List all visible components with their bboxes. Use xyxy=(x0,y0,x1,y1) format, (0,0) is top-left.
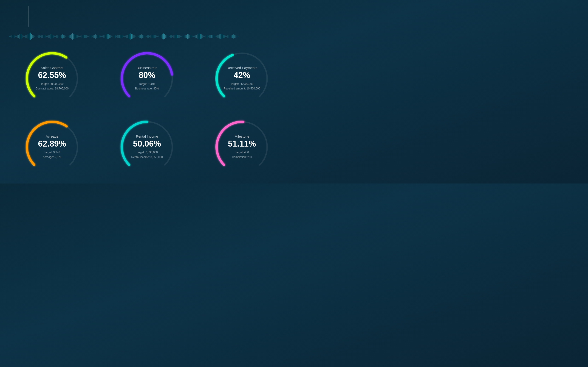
wave-bar-item xyxy=(69,35,69,38)
wave-bar-item xyxy=(172,35,173,37)
wave-bar-item xyxy=(154,35,155,38)
wave-bar-item xyxy=(226,36,227,37)
gauge-stat-label: Received amount: xyxy=(224,87,246,90)
wave-bar-item xyxy=(114,35,114,37)
wave-bar-item xyxy=(166,35,167,38)
gauge-wrapper-rental-income: Rental Income 50.06% Target: 7,890,000Re… xyxy=(117,117,177,177)
wave-bar-item xyxy=(53,35,53,38)
gauge-wrapper-milestone: Milestone 51.11% Target: 450Completion: … xyxy=(212,117,272,177)
wave-bar-item xyxy=(11,35,12,37)
gauge-stat-value: 10,500,000 xyxy=(246,87,260,90)
gauge-wrapper-received-payments: Received Payments 42% Target: 25,000,000… xyxy=(212,49,272,108)
wave-bar-item xyxy=(156,35,157,37)
wave-bar-item xyxy=(125,35,126,37)
wave-bar-item xyxy=(56,35,57,37)
wave-bar-item xyxy=(14,35,15,38)
wave-bar-item xyxy=(196,35,197,38)
wave-bar-item xyxy=(88,36,89,37)
gauge-stat-label: Completion: xyxy=(232,156,247,159)
wave-bar-item xyxy=(209,35,210,37)
wave-bar-item xyxy=(31,34,32,39)
wave-bar-item xyxy=(23,35,24,37)
wave-bar-item xyxy=(218,35,219,38)
gauge-cell-received-payments: Received Payments 42% Target: 25,000,000… xyxy=(195,44,289,113)
wave-bar-item xyxy=(70,35,71,38)
wave-bar-item xyxy=(15,35,16,37)
wave-bar-item xyxy=(46,36,47,37)
wave-bar-item xyxy=(101,36,102,37)
gauge-stat-value: 230 xyxy=(247,156,252,159)
wave-bar-item xyxy=(43,35,43,38)
gauge-cell-rental-income: Rental Income 50.06% Target: 7,890,000Re… xyxy=(99,113,194,181)
wave-bar-item xyxy=(22,35,23,38)
gauge-content-received-payments: Received Payments 42% Target: 25,000,000… xyxy=(221,66,262,91)
wave-bar-item xyxy=(139,35,140,38)
wave-bar-item xyxy=(164,34,165,39)
wave-bar-item xyxy=(140,35,141,38)
wave-bar-item xyxy=(210,35,211,38)
wave-bar-item xyxy=(176,34,176,39)
gauge-content-rental-income: Rental Income 50.06% Target: 7,890,000Re… xyxy=(126,134,168,159)
gauge-name-milestone: Milestone xyxy=(221,134,262,138)
wave-bar-item xyxy=(171,35,172,38)
wave-bar-item xyxy=(163,33,164,39)
wave-bar-item xyxy=(121,35,121,38)
wave-bar-item xyxy=(37,35,37,37)
wave-bar-item xyxy=(134,35,135,37)
gauge-stat-label: Acreage: xyxy=(43,156,54,159)
wave-bar-item xyxy=(204,36,205,37)
wave-bar-item xyxy=(237,35,237,37)
gauge-stats-milestone: Target: 450Completion: 230 xyxy=(221,150,262,160)
wave-bar-item xyxy=(224,35,225,37)
gauge-cell-sales-contract: Sales Contract 62.55% Target: 30,000,000… xyxy=(5,44,99,113)
wave-bar-item xyxy=(122,35,122,38)
wave-bar-item xyxy=(199,33,199,40)
wave-bar-item xyxy=(111,35,112,37)
gauge-stat-value: 80% xyxy=(153,87,159,90)
wave-bar-item xyxy=(110,35,111,38)
wave-bar-item xyxy=(82,35,82,37)
wave-bar-item xyxy=(100,35,101,37)
wave-bar-item xyxy=(182,36,182,37)
gauge-stats-received-payments: Target: 25,000,000Received amount: 10,50… xyxy=(221,82,262,91)
gauge-stat-value: 3,950,000 xyxy=(150,156,163,159)
wave-bar-item xyxy=(238,36,238,37)
wave-bar-item xyxy=(162,34,163,39)
gauge-cell-business-rate: Business rate 80% Target: 100%Business r… xyxy=(99,44,194,113)
wave-bar-item xyxy=(227,35,228,37)
wave-bar-item xyxy=(145,35,145,37)
wave-bar-item xyxy=(198,34,198,39)
wave-bar-item xyxy=(212,35,213,38)
wave-bar-item xyxy=(193,36,194,37)
wave-bar-item xyxy=(98,35,98,38)
wave-bar-item xyxy=(128,35,128,38)
wave-bar-item xyxy=(73,34,74,39)
wave-bar-item xyxy=(107,34,107,39)
wave-bar-item xyxy=(18,35,19,38)
gauge-name-sales-contract: Sales Contract xyxy=(32,66,73,70)
gauge-stats-acreage: Target: 9,343Acreage: 5,876 xyxy=(32,150,73,160)
wave-bar-item xyxy=(200,34,200,39)
gauge-cell-milestone: Milestone 51.11% Target: 450Completion: … xyxy=(195,113,289,181)
gauge-stat-value: 9,343 xyxy=(53,151,60,154)
wave-bar-item xyxy=(180,35,181,37)
wave-bar-item xyxy=(106,34,106,39)
gauge-content-milestone: Milestone 51.11% Target: 450Completion: … xyxy=(221,134,262,159)
wave-bar-item xyxy=(191,35,191,37)
wave-bar-item xyxy=(87,35,88,37)
wave-bar-item xyxy=(109,35,110,38)
wave-bar-item xyxy=(102,35,103,37)
wave-bar-item xyxy=(90,35,90,37)
gauge-wrapper-sales-contract: Sales Contract 62.55% Target: 30,000,000… xyxy=(22,49,82,108)
wave-bar-item xyxy=(60,35,61,37)
wave-bar-item xyxy=(103,35,104,37)
wave-bar-item xyxy=(55,36,56,37)
wave-bar-item xyxy=(27,34,28,39)
gauge-stat-value: 100% xyxy=(148,82,155,85)
wave-bar-item xyxy=(141,34,142,39)
wave-bar-item xyxy=(202,35,203,38)
wave-bar-item xyxy=(38,35,39,38)
gauge-stats-sales-contract: Target: 30,000,000Contract value: 18,765… xyxy=(32,82,73,91)
wave-bar-item xyxy=(41,35,42,38)
wave-bar-item xyxy=(112,36,113,37)
